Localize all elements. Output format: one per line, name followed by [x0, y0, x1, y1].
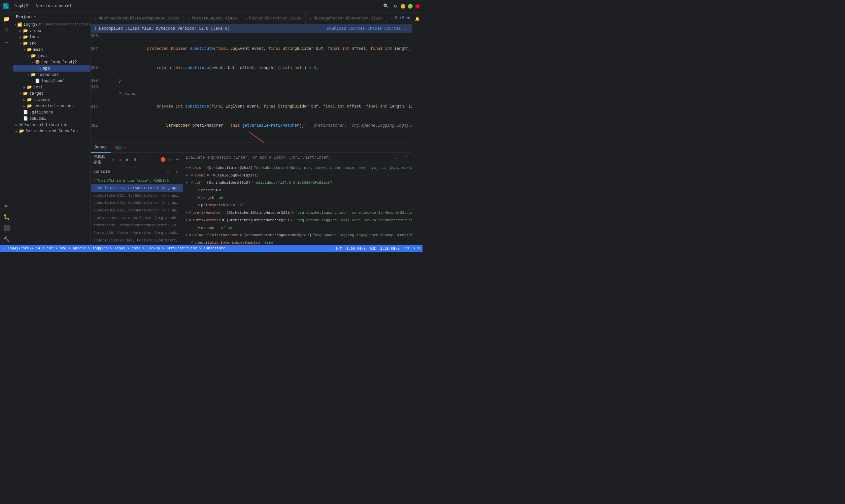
tree-item-src[interactable]: ▾ 📂 src — [13, 40, 90, 47]
vars-list[interactable]: ▶ ⊕ this = {StrSubstitutor@2513} "StrSub… — [183, 163, 412, 245]
eval-history-btn[interactable]: ⌄ — [392, 154, 399, 161]
bottom-tabs: Debug App ✕ — [91, 143, 412, 153]
project-menu[interactable]: log4j2 — [11, 3, 31, 9]
reload-btn[interactable]: ↺ — [110, 156, 117, 163]
tab-pattern-formatter[interactable]: ☕ PatternFormatter.class — [241, 13, 306, 24]
var-this[interactable]: ▶ ⊕ this = {StrSubstitutor@2513} "StrSub… — [183, 164, 412, 172]
tree-item-test[interactable]: ▶ 📂 test — [13, 84, 90, 90]
info-bar: ℹ Decompiled .class file, bytecode versi… — [91, 24, 412, 33]
minimize-button[interactable] — [401, 4, 405, 8]
var-suffix-matcher[interactable]: ▶ ⊕ suffixMatcher = {StrMatcher$StringMa… — [183, 217, 412, 224]
tab-str-substitutor[interactable]: ☕ StrSubstitutor.class ✕ — [387, 13, 412, 24]
stack-item-7[interactable]: toSerializable:344, PatternLayout$Patter… — [91, 237, 183, 245]
tree-item-app[interactable]: ▶ ☕ App — [13, 65, 90, 72]
tab-pattern-layout[interactable]: ☕ PatternLayout.class — [184, 13, 241, 24]
var-offset[interactable]: ▶ ⊙ offset = 0 — [183, 187, 412, 194]
filter-toggle-icon[interactable]: ▾ — [173, 168, 180, 176]
tree-item-pomxml[interactable]: ▶ 📄 pom.xml — [13, 115, 90, 122]
stack-item-5[interactable]: format:132, MessagePatternConverter (org… — [91, 222, 183, 229]
download-sources-link[interactable]: Download Sources — [327, 26, 365, 31]
stack-item-1[interactable]: substitute:912, StrSubstitutor (org.apac… — [91, 192, 183, 200]
var-prefix-matcher[interactable]: ▶ ⊕ prefixMatcher = {StrMatcher$StringMa… — [183, 209, 412, 217]
tree-item-main[interactable]: ▾ 📂 main — [13, 47, 90, 53]
var-length[interactable]: ▶ ⊙ length = 35 — [183, 194, 412, 202]
breadcrumb: log4j-core-2.14.1.jar > org > apache > l… — [7, 246, 226, 250]
tree-item-generated-sources[interactable]: ▶ 📂 generated-sources — [13, 103, 90, 109]
step-into-btn[interactable]: ↓ — [146, 156, 152, 163]
var-prior-variables[interactable]: ▶ ⊙ priorVariables = null — [183, 201, 412, 209]
tab-message-converter[interactable]: ☕ MessagePatternConverter.class — [306, 13, 387, 24]
line-312: 312 StrMatcher prefixMatcher = this.getV… — [91, 116, 412, 136]
stop-btn[interactable]: ■ — [118, 156, 123, 163]
notifications-panel-icon[interactable]: 🔔 — [413, 15, 421, 23]
info-icon: ℹ — [95, 26, 96, 31]
stack-item-2[interactable]: substitute:978, StrSubstitutor (org.apac… — [91, 199, 183, 207]
cpu-status: CPU: 2 % — [402, 246, 420, 250]
search-icon[interactable]: 🔍 — [382, 2, 390, 10]
settings-icon[interactable]: ⚙️ — [393, 2, 398, 10]
app-tab-label: App — [115, 145, 122, 150]
main-area: 📁 ⑂ … ▶ 🐛 ⬛ 🔨 Project ▾ ▾ 🗂️ log4j2 D:\J… — [0, 13, 423, 245]
tree-item-log4j2[interactable]: ▾ 🗂️ log4j2 D:\Java\javaproject\log4j2 — [13, 21, 90, 28]
tree-item-scratches[interactable]: ▶ 📂 Scratches and Consoles — [13, 128, 90, 134]
status-check-icon: ✓ — [93, 178, 96, 183]
var-value-delimiter[interactable]: ▶ ⊕ valueDelimiterMatcher = {StrMatcher$… — [183, 232, 412, 239]
tree-item-gitignore[interactable]: ▶ 📄 .gitignore — [13, 109, 90, 115]
maximize-button[interactable] — [408, 4, 412, 8]
bottom-content: 线程和变量 ↺ ■ ▶ ⏸ ↷ ↓ ↑ 🔴 ✏ ⋯ — [91, 153, 412, 245]
app-tab[interactable]: App ✕ — [110, 143, 130, 153]
tree-item-resources[interactable]: ▾ 📂 resources — [13, 72, 90, 78]
line-311-usages: 2 usages — [91, 91, 412, 97]
sidebar-debug-icon[interactable]: 🐛 — [1, 212, 12, 222]
sidebar-build-icon[interactable]: 🔨 — [1, 234, 12, 245]
eval-expand-btn[interactable]: ⤢ — [402, 154, 409, 161]
more-options-btn[interactable]: ⋯ — [174, 156, 180, 163]
var-buf[interactable]: ▶ ⊕ buf = {StringBuilder@3015} "jndi:lda… — [183, 179, 412, 187]
resume-btn[interactable]: ▶ — [125, 156, 131, 163]
status-indicator: ⊙ — [3, 246, 5, 251]
clear-btn[interactable]: ✏ — [168, 156, 173, 163]
project-panel: Project ▾ ▾ 🗂️ log4j2 D:\Java\javaprojec… — [13, 13, 91, 245]
var-event[interactable]: ▶ ⊕ event = {MutableLogEvent@2371} — [183, 172, 412, 179]
tree-item-external-libraries[interactable]: ▶ 🏛 External Libraries — [13, 122, 90, 128]
filter-icon[interactable]: ▽ — [164, 168, 172, 176]
tree-item-log4j2xml[interactable]: ▶ 📄 log4j2.xml — [13, 78, 90, 84]
sidebar-run-icon[interactable]: ▶ — [1, 200, 12, 211]
var-escape[interactable]: ▶ ⊙ escape = '$' 36 — [183, 224, 412, 232]
editor-area: ☕ AbstractOutputStreamAppender.class ☕ P… — [91, 13, 412, 245]
project-panel-header[interactable]: Project ▾ — [13, 13, 90, 21]
pause-btn[interactable]: ⏸ — [132, 156, 138, 163]
step-over-btn[interactable]: ↷ — [139, 156, 145, 163]
code-editor[interactable]: 306 307 protected boolean substitute(fin… — [91, 33, 412, 143]
tree-item-java[interactable]: ▾ 📂 java — [13, 53, 90, 59]
sidebar-structure-icon[interactable]: … — [1, 36, 12, 47]
tab-bar: ☕ AbstractOutputStreamAppender.class ☕ P… — [91, 13, 412, 24]
stack-item-0[interactable]: substitute:940, StrSubstitutor (org.apac… — [91, 184, 183, 192]
eval-input[interactable] — [186, 155, 389, 160]
filter-bar: Console ▽ ▾ — [91, 167, 183, 177]
tree-item-classes[interactable]: ▶ 📂 classes — [13, 97, 90, 103]
mute-breakpoints-btn[interactable]: 🔴 — [160, 156, 166, 163]
stack-item-6[interactable]: format:38, PatternFormatter (org.apache.… — [91, 229, 183, 237]
tree-item-logs[interactable]: ▶ 📂 logs — [13, 34, 90, 40]
line-307: 307 protected boolean substitute(final L… — [91, 40, 412, 59]
close-button[interactable]: ✕ — [415, 4, 420, 8]
tab-abstract-output[interactable]: ☕ AbstractOutputStreamAppender.class — [91, 13, 184, 24]
app-tab-close[interactable]: ✕ — [124, 146, 126, 150]
tree-item-target[interactable]: ▾ 📂 target — [13, 90, 90, 97]
app-logo: 🔧 — [3, 3, 8, 9]
sidebar-terminal-icon[interactable]: ⬛ — [1, 223, 12, 234]
sidebar-git-icon[interactable]: ⑂ — [1, 25, 12, 36]
stack-item-4[interactable]: replace:467, StrSubstitutor (org.apache.… — [91, 214, 183, 222]
choose-sources-link[interactable]: Choose Sources... — [368, 26, 408, 31]
debug-tab[interactable]: Debug — [91, 143, 110, 153]
stack-item-3[interactable]: substitute:912, StrSubstitutor (org.apac… — [91, 207, 183, 214]
version-control-menu[interactable]: Version control — [33, 3, 74, 9]
right-sidebar-icons: 🔔 — [412, 13, 423, 245]
tree-item-package[interactable]: ▾ 📦 top.lmng.log4j2 — [13, 59, 90, 65]
tree-item-idea[interactable]: ▶ 📂 .idea — [13, 28, 90, 34]
sidebar-project-icon[interactable]: 📁 — [1, 14, 12, 24]
step-out-btn[interactable]: ↑ — [153, 156, 159, 163]
call-stack[interactable]: substitute:940, StrSubstitutor (org.apac… — [91, 184, 183, 245]
var-substitution-enabled[interactable]: ▶ ⊙ substitutionInVariablesEnabled = tru… — [183, 239, 412, 245]
